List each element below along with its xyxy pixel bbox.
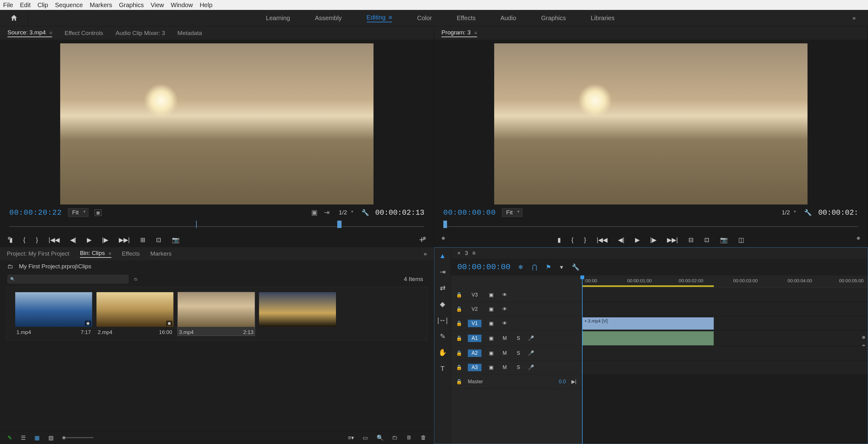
ripple-edit-tool[interactable]: ⇄ (440, 284, 445, 292)
go-to-in-button[interactable]: |◀◀ (49, 236, 59, 243)
source-scrubber[interactable] (9, 220, 424, 232)
track-v3[interactable]: V3 (468, 291, 482, 299)
sync-lock-icon[interactable]: ▣ (487, 320, 495, 326)
program-resolution-dropdown[interactable]: 1/2 (779, 208, 798, 216)
step-forward-button[interactable]: |▶ (650, 236, 656, 243)
lock-icon[interactable]: 🔒 (456, 306, 462, 312)
step-back-button[interactable]: ◀| (70, 236, 76, 243)
settings-icon[interactable]: 🔧 (362, 209, 369, 216)
toggle-output-icon[interactable]: 👁 (501, 292, 509, 298)
source-timecode[interactable]: 00:00:20:22 (9, 208, 62, 217)
scroll-marker[interactable] (862, 336, 865, 339)
extract-button[interactable]: ⊡ (704, 236, 710, 243)
menu-help[interactable]: Help (200, 2, 213, 9)
output-icon[interactable]: ▣ (311, 208, 318, 216)
export-frame-button[interactable]: 📷 (172, 236, 180, 243)
voice-over-icon[interactable]: 🎤 (528, 364, 534, 370)
sync-lock-icon[interactable]: ▣ (487, 350, 495, 356)
sync-lock-icon[interactable]: ▣ (487, 306, 495, 312)
add-marker-button[interactable]: ▮ (557, 236, 561, 243)
comparison-view-button[interactable]: ◫ (738, 236, 744, 243)
clip-item[interactable]: 3.mp42:13 (178, 292, 255, 336)
mark-out-button[interactable]: } (36, 236, 38, 243)
overflow-icon[interactable]: » (424, 250, 427, 257)
audio-clip[interactable] (582, 331, 714, 345)
solo-button[interactable]: S (514, 336, 522, 341)
safe-margins-icon[interactable]: ▦ (95, 209, 101, 216)
toggle-output-icon[interactable]: 👁 (501, 321, 509, 326)
source-resolution-dropdown[interactable]: 1/2 (336, 208, 355, 216)
export-frame-button[interactable]: 📷 (720, 236, 728, 243)
freeform-view-icon[interactable]: ▧ (49, 434, 54, 441)
tab-bin[interactable]: Bin: Clips≡ (80, 250, 112, 258)
master-value[interactable]: 0.0 (559, 379, 566, 384)
lock-icon[interactable]: 🔒 (456, 292, 462, 298)
snap-icon[interactable]: ❄ (518, 263, 523, 271)
find-icon[interactable]: 🔍 (377, 434, 383, 441)
step-back-button[interactable]: ◀| (618, 236, 624, 243)
sync-lock-icon[interactable]: ▣ (487, 292, 495, 298)
go-to-out-button[interactable]: ▶▶| (667, 236, 678, 243)
sort-icon[interactable]: ≡▾ (348, 434, 354, 441)
lock-icon[interactable]: 🔒 (456, 335, 462, 341)
insert-button[interactable]: ⊞ (140, 236, 146, 243)
menu-edit[interactable]: Edit (20, 2, 30, 9)
program-timecode[interactable]: 00:00:00:00 (443, 208, 496, 217)
step-forward-button[interactable]: |▶ (102, 236, 108, 243)
mark-in-button[interactable]: { (571, 236, 574, 243)
solo-button[interactable]: S (514, 365, 522, 370)
new-bin-icon[interactable]: 🗀 (392, 434, 398, 441)
mute-button[interactable]: M (501, 350, 509, 356)
search-input[interactable]: 🔍 (7, 275, 128, 283)
menu-window[interactable]: Window (171, 2, 193, 9)
pen-tool[interactable]: ✎ (440, 333, 445, 341)
home-button[interactable] (0, 10, 28, 26)
auto-sequence-icon[interactable]: ▭ (363, 434, 368, 441)
hamburger-icon[interactable]: ≡ (389, 14, 393, 21)
lock-icon[interactable]: 🔒 (456, 364, 462, 370)
track-a3[interactable]: A3 (468, 364, 482, 371)
go-to-out-button[interactable]: ▶▶| (119, 236, 130, 243)
marker-icon-2[interactable]: ▾ (560, 263, 563, 271)
tab-markers-panel[interactable]: Markers (150, 250, 172, 257)
tab-project[interactable]: Project: My First Project (7, 250, 69, 257)
track-v1[interactable]: V1 (468, 320, 482, 327)
solo-button[interactable]: S (514, 350, 522, 356)
tab-effect-controls[interactable]: Effect Controls (64, 30, 103, 37)
wrench-icon[interactable]: 🔧 (572, 263, 580, 271)
track-a2[interactable]: A2 (468, 349, 482, 357)
hand-tool[interactable]: ✋ (438, 349, 447, 356)
mark-in-button[interactable]: { (23, 236, 25, 243)
voice-over-icon[interactable]: 🎤 (528, 350, 534, 356)
overflow-icon[interactable]: » (852, 15, 856, 22)
selection-tool[interactable]: ▲ (439, 252, 446, 260)
track-select-tool[interactable]: ⇥ (440, 268, 445, 276)
program-zoom-dropdown[interactable]: Fit (502, 208, 522, 217)
source-preview[interactable] (60, 43, 373, 204)
workspace-audio[interactable]: Audio (500, 14, 516, 22)
menu-file[interactable]: File (3, 2, 13, 9)
close-sequence-icon[interactable]: × (457, 250, 461, 257)
mute-button[interactable]: M (501, 336, 509, 341)
menu-markers[interactable]: Markers (90, 2, 112, 9)
play-button[interactable]: ▶ (87, 236, 92, 243)
menu-sequence[interactable]: Sequence (55, 2, 83, 9)
program-preview[interactable] (494, 43, 807, 204)
lock-icon[interactable]: 🔒 (456, 350, 462, 356)
mute-button[interactable]: M (501, 365, 509, 370)
settings-icon[interactable]: 🔧 (804, 209, 812, 216)
linked-selection-icon[interactable]: ⋂ (532, 263, 537, 271)
play-master-icon[interactable]: ▶| (571, 379, 577, 384)
playhead[interactable] (582, 275, 583, 444)
type-tool[interactable]: T (440, 365, 444, 373)
timeline-timecode[interactable]: 00:00:00:00 (457, 263, 510, 272)
play-button[interactable]: ▶ (635, 236, 640, 243)
workspace-editing[interactable]: Editing≡ (367, 14, 393, 22)
mark-out-button[interactable]: } (584, 236, 586, 243)
lift-button[interactable]: ⊟ (688, 236, 694, 243)
add-marker-icon[interactable]: ⚑ (546, 263, 551, 271)
tab-program[interactable]: Program: 3≡ (441, 29, 477, 37)
clip-item[interactable] (259, 292, 336, 336)
panel-menu-icon[interactable]: ≡ (50, 30, 53, 35)
menu-view[interactable]: View (151, 2, 164, 9)
